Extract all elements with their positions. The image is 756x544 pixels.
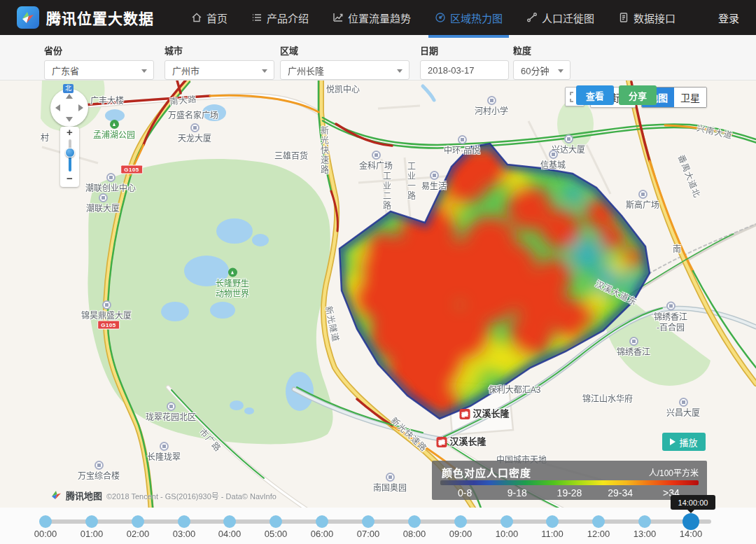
time-label: 01:00 <box>80 529 104 539</box>
time-label: 11:00 <box>541 529 564 539</box>
time-label: 06:00 <box>311 529 334 539</box>
list-icon <box>251 12 262 23</box>
nav-item-home[interactable]: 首页 <box>179 0 239 35</box>
nav-item-data-api[interactable]: 数据接口 <box>606 0 687 35</box>
login-button[interactable]: 登录 <box>718 11 739 25</box>
time-label: 00:00 <box>34 529 57 539</box>
time-label: 10:00 <box>496 529 519 539</box>
time-label: 04:00 <box>218 529 241 539</box>
time-label: 09:00 <box>449 529 472 539</box>
pan-up-icon[interactable] <box>66 94 73 99</box>
granularity-select[interactable]: 60分钟 <box>513 60 570 80</box>
nav-item-migration[interactable]: 人口迁徙图 <box>514 0 606 35</box>
legend-bin: 9-18 <box>507 487 527 498</box>
north-badge: 北 <box>63 84 74 93</box>
time-dot[interactable] <box>316 515 328 528</box>
home-icon <box>191 12 202 23</box>
chevron-down-icon <box>141 69 147 73</box>
province-label: 省份 <box>44 43 154 57</box>
density-legend: 颜色对应人口密度 人/100平方米 0-8 9-18 19-28 29-34 >… <box>432 461 707 500</box>
district-label: 区域 <box>280 43 410 57</box>
zoom-control[interactable]: + − <box>60 127 79 187</box>
view-button[interactable]: 查看 <box>576 85 614 105</box>
time-label: 12:00 <box>587 529 610 539</box>
zoom-slider-thumb[interactable] <box>65 148 75 158</box>
province-select[interactable]: 广东省 <box>44 60 154 80</box>
map-attribution: 腾讯地图 ©2018 Tencent - GS(2016)930号 - Data… <box>51 489 276 502</box>
trend-icon <box>332 12 344 23</box>
api-icon <box>618 12 629 23</box>
time-tooltip: 14:00:00 <box>671 495 715 510</box>
date-input[interactable]: 2018-03-17 <box>420 60 509 80</box>
time-dot[interactable] <box>454 515 467 528</box>
time-label: 05:00 <box>265 529 288 539</box>
legend-bin: 19-28 <box>557 487 582 498</box>
pan-down-icon[interactable] <box>66 117 73 122</box>
nav-menu: 首页 产品介绍 位置流量趋势 区域热力图 人口迁徙图 数据接口 <box>179 0 687 35</box>
time-dot[interactable] <box>592 515 605 528</box>
time-dot[interactable] <box>270 515 282 528</box>
time-dot[interactable] <box>362 515 374 528</box>
chevron-down-icon <box>262 69 267 73</box>
legend-bin: 29-34 <box>608 487 633 498</box>
migration-icon <box>526 12 538 23</box>
chevron-down-icon <box>397 69 402 73</box>
time-dot[interactable] <box>178 515 190 528</box>
zoom-in-button[interactable]: + <box>60 127 79 138</box>
legend-title: 颜色对应人口密度 <box>442 465 531 480</box>
time-dot[interactable] <box>223 515 236 528</box>
share-button[interactable]: 分享 <box>619 85 657 105</box>
tencent-map-logo-icon <box>51 490 62 501</box>
pan-right-icon[interactable] <box>78 104 83 111</box>
time-dot[interactable] <box>638 515 651 528</box>
satellite-mode-button[interactable]: 卫星 <box>674 88 706 107</box>
nav-item-traffic-trend[interactable]: 位置流量趋势 <box>321 0 423 35</box>
heatmap-icon <box>435 12 446 23</box>
chevron-down-icon <box>558 69 564 73</box>
pan-control[interactable] <box>50 89 88 127</box>
app-title: 腾讯位置大数据 <box>46 7 154 28</box>
zoom-slider[interactable] <box>69 139 71 172</box>
legend-gradient-bar <box>440 480 699 485</box>
top-navbar: 腾讯位置大数据 首页 产品介绍 位置流量趋势 区域热力图 人口迁徙图 数据接口 … <box>0 0 756 35</box>
date-label: 日期 <box>420 43 509 57</box>
time-label: 14:00 <box>680 529 703 539</box>
time-dot[interactable] <box>500 515 513 528</box>
zoom-out-button[interactable]: − <box>60 173 79 184</box>
play-button[interactable]: 播放 <box>662 433 706 451</box>
city-label: 城市 <box>164 43 274 57</box>
time-label: 02:00 <box>127 529 150 539</box>
time-dot[interactable] <box>132 515 144 528</box>
nav-item-products[interactable]: 产品介绍 <box>239 0 321 35</box>
map-canvas[interactable]: 广丰大楼悦凯中心河村小学英菲尼迪大厦万盛名家广场天龙大厦孟浦湖公园村潮联创业中心… <box>0 81 756 508</box>
time-slider: 00:0001:0002:0003:0004:0005:0006:0007:00… <box>0 508 756 544</box>
legend-unit: 人/100平方米 <box>649 466 699 478</box>
time-label: 07:00 <box>357 529 380 539</box>
time-dot[interactable] <box>408 515 421 528</box>
tencent-logo-icon <box>17 6 39 29</box>
time-dot[interactable] <box>39 515 52 528</box>
granularity-label: 粒度 <box>513 43 570 57</box>
pan-left-icon[interactable] <box>55 104 60 111</box>
time-label: 13:00 <box>634 529 657 539</box>
map-graphics <box>0 81 756 508</box>
city-select[interactable]: 广州市 <box>164 60 274 80</box>
time-dot[interactable] <box>546 515 559 528</box>
time-dot[interactable] <box>85 515 98 528</box>
time-label: 08:00 <box>403 529 426 539</box>
filter-bar: 省份 广东省 城市 广州市 区域 广州长隆 日期 2018-03-17 粒度 6… <box>0 35 756 81</box>
district-select[interactable]: 广州长隆 <box>280 60 410 80</box>
legend-bin: 0-8 <box>458 487 472 498</box>
nav-item-region-heatmap[interactable]: 区域热力图 <box>423 0 514 35</box>
time-dot-active[interactable] <box>682 513 699 530</box>
time-label: 03:00 <box>173 529 196 539</box>
play-icon <box>670 438 676 445</box>
